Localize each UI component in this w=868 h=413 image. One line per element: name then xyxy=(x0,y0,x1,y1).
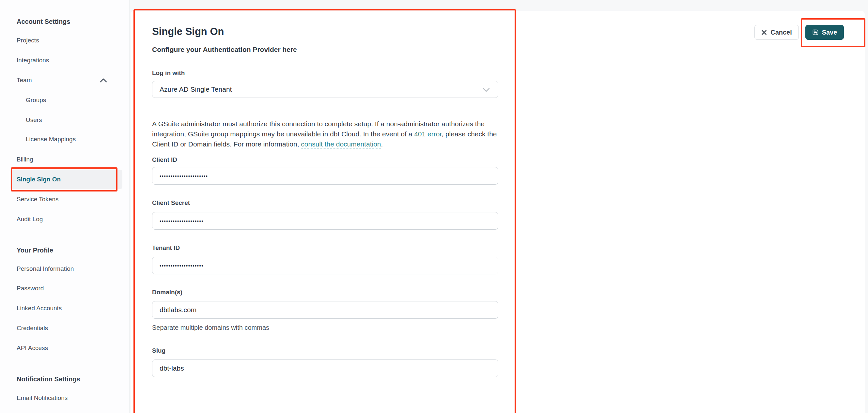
sidebar-item-projects[interactable]: Projects xyxy=(17,36,39,45)
save-button-label: Save xyxy=(822,29,837,36)
client-id-input[interactable] xyxy=(152,167,498,185)
chevron-down-icon xyxy=(482,88,490,92)
client-secret-label: Client Secret xyxy=(152,199,190,207)
sidebar-item-password[interactable]: Password xyxy=(17,284,44,293)
save-icon xyxy=(812,29,819,36)
sidebar-item-users[interactable]: Users xyxy=(26,116,42,124)
sidebar-item-billing[interactable]: Billing xyxy=(17,155,33,164)
login-with-selected-value: Azure AD Single Tenant xyxy=(160,86,232,93)
slug-label: Slug xyxy=(152,346,165,355)
consult-documentation-link[interactable]: consult the documentation xyxy=(301,140,381,148)
notice-text-3: . xyxy=(381,140,383,148)
domains-helper-text: Separate multiple domains with commas xyxy=(152,324,269,331)
client-secret-input[interactable] xyxy=(152,212,498,230)
sidebar-section-your-profile: Your Profile xyxy=(17,246,53,254)
slug-input[interactable] xyxy=(152,359,498,377)
sidebar-item-single-sign-on-label: Single Sign On xyxy=(17,175,61,184)
sidebar-item-single-sign-on[interactable]: Single Sign On xyxy=(10,170,122,189)
login-with-select[interactable]: Azure AD Single Tenant xyxy=(152,81,498,98)
sidebar-item-service-tokens[interactable]: Service Tokens xyxy=(17,195,59,203)
tenant-id-input[interactable] xyxy=(152,257,498,274)
sidebar-item-groups[interactable]: Groups xyxy=(26,96,46,104)
401-error-link[interactable]: 401 error xyxy=(414,130,441,138)
login-with-label: Log in with xyxy=(152,69,185,77)
save-button[interactable]: Save xyxy=(805,25,844,40)
sidebar-section-notification-settings: Notification Settings xyxy=(17,375,80,383)
tenant-id-label: Tenant ID xyxy=(152,244,180,252)
account-settings-page: Account Settings Projects Integrations T… xyxy=(0,0,868,413)
close-icon xyxy=(761,30,767,35)
domains-input[interactable] xyxy=(152,301,498,319)
settings-sidebar: Account Settings Projects Integrations T… xyxy=(0,0,129,413)
sso-settings-panel: Single Sign On Configure your Authentica… xyxy=(130,11,865,413)
sidebar-section-account-settings: Account Settings xyxy=(17,17,70,26)
cancel-button-label: Cancel xyxy=(770,29,792,36)
sidebar-item-credentials[interactable]: Credentials xyxy=(17,324,48,332)
domains-label: Domain(s) xyxy=(152,288,182,296)
client-id-label: Client ID xyxy=(152,156,177,164)
cancel-button[interactable]: Cancel xyxy=(754,25,799,40)
sidebar-item-linked-accounts[interactable]: Linked Accounts xyxy=(17,304,62,313)
page-subtitle: Configure your Authentication Provider h… xyxy=(152,45,297,54)
sidebar-item-personal-information[interactable]: Personal Information xyxy=(17,264,74,273)
page-title: Single Sign On xyxy=(152,25,224,38)
sidebar-item-api-access[interactable]: API Access xyxy=(17,344,48,352)
sidebar-item-audit-log[interactable]: Audit Log xyxy=(17,215,43,223)
sidebar-item-email-notifications[interactable]: Email Notifications xyxy=(17,394,67,402)
sidebar-item-license-mappings[interactable]: License Mappings xyxy=(26,135,76,144)
gsuite-notice-text: A GSuite administrator must authorize th… xyxy=(152,119,499,149)
chevron-up-icon[interactable] xyxy=(100,78,107,83)
sidebar-item-team[interactable]: Team xyxy=(17,76,32,85)
sidebar-item-integrations[interactable]: Integrations xyxy=(17,56,49,65)
